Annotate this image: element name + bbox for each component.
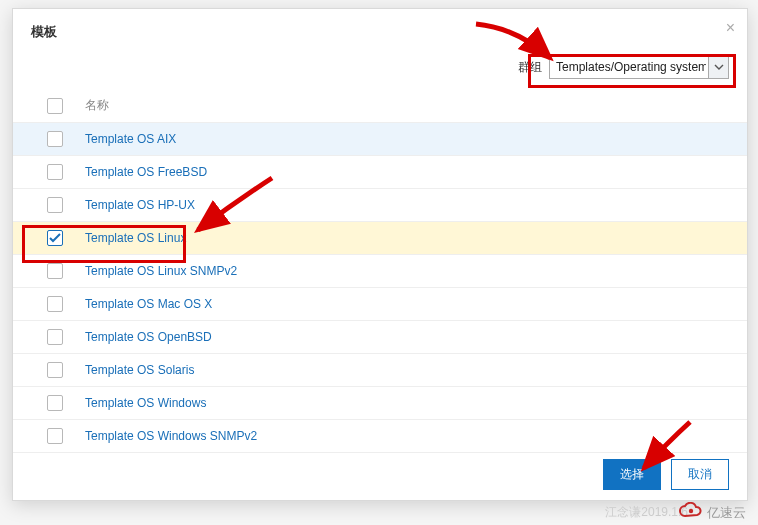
select-button[interactable]: 选择: [603, 459, 661, 490]
watermark-author: 江念谦2019.1.6: [605, 504, 688, 521]
select-all-checkbox[interactable]: [47, 98, 63, 114]
row-checkbox[interactable]: [47, 131, 63, 147]
table-row[interactable]: Template OS Windows SNMPv2: [13, 420, 747, 453]
table-header: 名称: [13, 89, 747, 123]
row-checkbox[interactable]: [47, 296, 63, 312]
template-list: Template OS AIXTemplate OS FreeBSDTempla…: [13, 123, 747, 453]
dialog-header: 模板 ×: [13, 9, 747, 51]
template-link[interactable]: Template OS HP-UX: [85, 198, 195, 212]
group-label: 群组: [518, 60, 542, 74]
template-link[interactable]: Template OS AIX: [85, 132, 176, 146]
row-checkbox[interactable]: [47, 362, 63, 378]
row-checkbox[interactable]: [47, 329, 63, 345]
row-checkbox[interactable]: [47, 395, 63, 411]
row-checkbox[interactable]: [47, 230, 63, 246]
row-checkbox[interactable]: [47, 164, 63, 180]
table-row[interactable]: Template OS Mac OS X: [13, 288, 747, 321]
group-filter-row: 群组: [13, 51, 747, 89]
cloud-icon: [679, 502, 703, 523]
row-checkbox[interactable]: [47, 197, 63, 213]
table-row[interactable]: Template OS Windows: [13, 387, 747, 420]
table-row[interactable]: Template OS AIX: [13, 123, 747, 156]
close-icon[interactable]: ×: [726, 19, 735, 37]
table-row[interactable]: Template OS Solaris: [13, 354, 747, 387]
group-select-wrap: [549, 55, 729, 79]
group-select[interactable]: [549, 55, 729, 79]
template-link[interactable]: Template OS Windows: [85, 396, 206, 410]
table-row[interactable]: Template OS Linux SNMPv2: [13, 255, 747, 288]
table-row[interactable]: Template OS HP-UX: [13, 189, 747, 222]
template-link[interactable]: Template OS FreeBSD: [85, 165, 207, 179]
table-row[interactable]: Template OS FreeBSD: [13, 156, 747, 189]
row-checkbox[interactable]: [47, 428, 63, 444]
watermark-brand-text: 亿速云: [707, 504, 746, 522]
template-link[interactable]: Template OS Windows SNMPv2: [85, 429, 257, 443]
dialog-footer: 选择 取消: [603, 459, 729, 490]
template-link[interactable]: Template OS Mac OS X: [85, 297, 212, 311]
table-row[interactable]: Template OS OpenBSD: [13, 321, 747, 354]
template-link[interactable]: Template OS OpenBSD: [85, 330, 212, 344]
template-link[interactable]: Template OS Solaris: [85, 363, 194, 377]
svg-point-0: [689, 509, 693, 513]
table-row[interactable]: Template OS Linux: [13, 222, 747, 255]
template-dialog: 模板 × 群组 名称 Template OS AIXTemplate OS Fr…: [12, 8, 748, 501]
dialog-title: 模板: [31, 23, 729, 41]
column-name-header: 名称: [85, 97, 109, 114]
cancel-button[interactable]: 取消: [671, 459, 729, 490]
template-link[interactable]: Template OS Linux SNMPv2: [85, 264, 237, 278]
template-link[interactable]: Template OS Linux: [85, 231, 186, 245]
watermark-brand: 亿速云: [679, 502, 746, 523]
row-checkbox[interactable]: [47, 263, 63, 279]
